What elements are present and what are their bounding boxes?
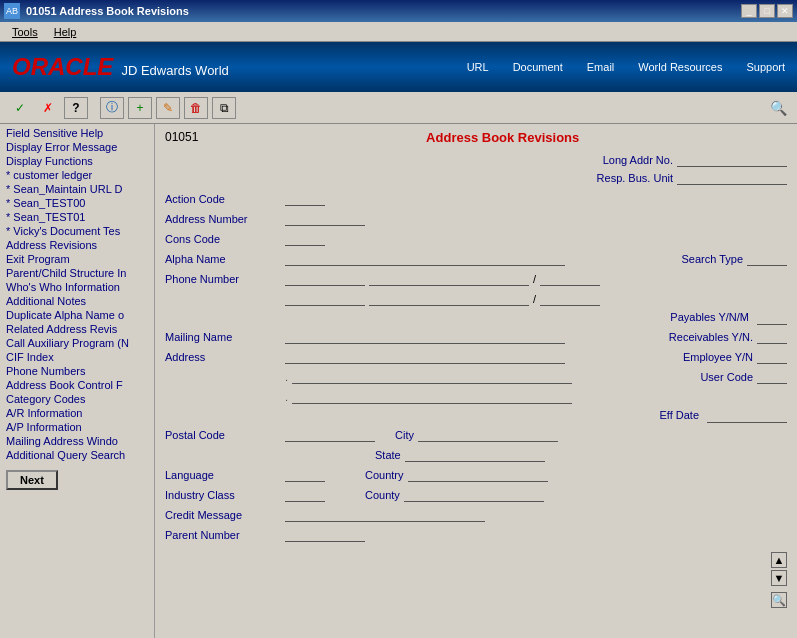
address-number-input[interactable] [285,212,365,226]
cons-code-label: Cons Code [165,233,285,245]
address-input3[interactable] [292,390,572,404]
county-label: County [365,489,400,501]
sidebar-item-sean-test00[interactable]: * Sean_TEST00 [0,196,154,210]
close-button[interactable]: ✕ [777,4,793,18]
search-icon[interactable]: 🔍 [767,97,789,119]
payables-input[interactable] [757,311,787,325]
sidebar-item-related-address[interactable]: Related Address Revis [0,322,154,336]
receivables-input[interactable] [757,330,787,344]
minimize-button[interactable]: _ [741,4,757,18]
sidebar-item-customer-ledger[interactable]: * customer ledger [0,168,154,182]
county-input[interactable] [404,488,544,502]
credit-message-row: Credit Message [165,507,787,523]
sidebar-item-category-codes[interactable]: Category Codes [0,392,154,406]
phone-number-row2: / [165,291,787,307]
help-button[interactable]: ? [64,97,88,119]
address-input1[interactable] [285,350,565,364]
sidebar-item-sean-maintain[interactable]: * Sean_Maintain URL D [0,182,154,196]
next-button[interactable]: Next [6,470,58,490]
menu-help[interactable]: Help [46,24,85,40]
add-button[interactable]: + [128,97,152,119]
cancel-button[interactable]: ✗ [36,97,60,119]
address-row2: . User Code [165,369,787,385]
window-controls[interactable]: _ □ ✕ [741,4,793,18]
resp-bus-input[interactable] [677,171,787,185]
sidebar-item-cif-index[interactable]: CIF Index [0,350,154,364]
alpha-name-input[interactable] [285,252,565,266]
sidebar-item-sean-test01[interactable]: * Sean_TEST01 [0,210,154,224]
sidebar-item-parent-child[interactable]: Parent/Child Structure In [0,266,154,280]
sidebar-item-call-auxiliary[interactable]: Call Auxiliary Program (N [0,336,154,350]
sidebar-item-address-book-control[interactable]: Address Book Control F [0,378,154,392]
country-input[interactable] [408,468,548,482]
action-code-input[interactable] [285,192,325,206]
phone-number-input2[interactable] [369,272,529,286]
phone-number2-input1[interactable] [285,292,365,306]
mailing-name-input[interactable] [285,330,565,344]
scroll-up-arrow[interactable]: ▲ [771,552,787,568]
sidebar-item-mailing-address[interactable]: Mailing Address Windo [0,434,154,448]
eff-date-input[interactable] [707,409,787,423]
phone-number-input1[interactable] [285,272,365,286]
sidebar-item-vicky[interactable]: * Vicky's Document Tes [0,224,154,238]
cons-code-input[interactable] [285,232,325,246]
info-button[interactable]: ⓘ [100,97,124,119]
sidebar-item-ap-information[interactable]: A/P Information [0,420,154,434]
scroll-down-arrow[interactable]: ▼ [771,570,787,586]
industry-class-input[interactable] [285,488,325,502]
copy-button[interactable]: ⧉ [212,97,236,119]
mailing-name-row: Mailing Name Receivables Y/N. [165,329,787,345]
address-input2[interactable] [292,370,572,384]
form-title: Address Book Revisions [426,130,579,145]
address-row3: . [165,389,787,405]
address-label: Address [165,351,285,363]
address-dot2: . [285,391,288,403]
nav-email[interactable]: Email [575,42,627,92]
user-code-input[interactable] [757,370,787,384]
nav-world-resources[interactable]: World Resources [626,42,734,92]
parent-number-input[interactable] [285,528,365,542]
sidebar-item-field-sensitive-help[interactable]: Field Sensitive Help [0,126,154,140]
alpha-name-label: Alpha Name [165,253,285,265]
sidebar-item-whos-who[interactable]: Who's Who Information [0,280,154,294]
menu-tools[interactable]: Tools [4,24,46,40]
employee-label: Employee Y/N [683,351,753,363]
toolbar: ✓ ✗ ? ⓘ + ✎ 🗑 ⧉ 🔍 [0,92,797,124]
sidebar-item-phone-numbers[interactable]: Phone Numbers [0,364,154,378]
sidebar-item-additional-query[interactable]: Additional Query Search [0,448,154,462]
postal-code-input[interactable] [285,428,375,442]
cons-code-row: Cons Code [165,231,787,247]
phone-number2-input3[interactable] [540,292,600,306]
city-input[interactable] [418,428,558,442]
zoom-icon[interactable]: 🔍 [771,592,787,608]
form-id: 01051 [165,130,198,144]
search-type-label: Search Type [681,253,743,265]
long-addr-input[interactable] [677,153,787,167]
credit-message-input[interactable] [285,508,485,522]
sidebar-item-display-functions[interactable]: Display Functions [0,154,154,168]
employee-input[interactable] [757,350,787,364]
sidebar-item-ar-information[interactable]: A/R Information [0,406,154,420]
language-input[interactable] [285,468,325,482]
delete-button[interactable]: 🗑 [184,97,208,119]
state-input[interactable] [405,448,545,462]
nav-document[interactable]: Document [501,42,575,92]
parent-number-row: Parent Number [165,527,787,543]
sidebar-item-address-revisions[interactable]: Address Revisions [0,238,154,252]
sidebar-item-exit-program[interactable]: Exit Program [0,252,154,266]
nav-url[interactable]: URL [455,42,501,92]
nav-support[interactable]: Support [734,42,797,92]
maximize-button[interactable]: □ [759,4,775,18]
state-label: State [375,449,401,461]
edit-button[interactable]: ✎ [156,97,180,119]
sidebar-item-display-error[interactable]: Display Error Message [0,140,154,154]
search-type-input[interactable] [747,252,787,266]
receivables-label: Receivables Y/N. [669,331,753,343]
phone-number-input3[interactable] [540,272,600,286]
sidebar-item-duplicate-alpha[interactable]: Duplicate Alpha Name o [0,308,154,322]
oracle-nav: URL Document Email World Resources Suppo… [455,42,797,92]
phone-number2-input2[interactable] [369,292,529,306]
check-button[interactable]: ✓ [8,97,32,119]
sidebar-item-additional-notes[interactable]: Additional Notes [0,294,154,308]
long-addr-label: Long Addr No. [603,154,673,166]
